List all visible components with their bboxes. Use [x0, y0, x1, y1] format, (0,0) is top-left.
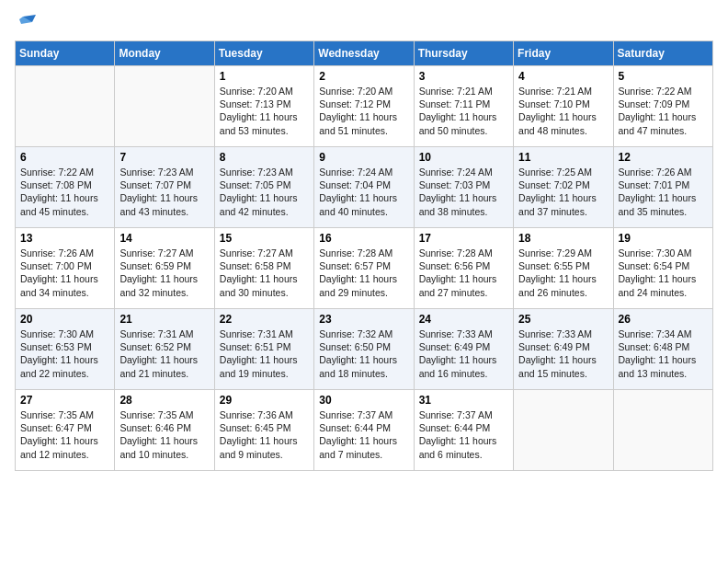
calendar-cell [514, 390, 613, 471]
cell-info: Sunrise: 7:24 AMSunset: 7:03 PMDaylight:… [419, 166, 508, 218]
day-number: 24 [419, 313, 508, 326]
cell-info: Sunrise: 7:35 AMSunset: 6:47 PMDaylight:… [20, 408, 109, 461]
calendar-cell: 20Sunrise: 7:30 AMSunset: 6:53 PMDayligh… [16, 309, 115, 390]
day-number: 10 [419, 151, 508, 164]
cell-info: Sunrise: 7:30 AMSunset: 6:53 PMDaylight:… [20, 327, 109, 380]
cell-info: Sunrise: 7:32 AMSunset: 6:50 PMDaylight:… [319, 327, 408, 380]
day-number: 3 [419, 70, 508, 83]
cell-info: Sunrise: 7:33 AMSunset: 6:49 PMDaylight:… [518, 327, 608, 380]
day-number: 31 [419, 394, 508, 407]
calendar-week-row: 27Sunrise: 7:35 AMSunset: 6:47 PMDayligh… [16, 390, 713, 471]
calendar-cell: 30Sunrise: 7:37 AMSunset: 6:44 PMDayligh… [314, 390, 414, 471]
calendar-cell: 23Sunrise: 7:32 AMSunset: 6:50 PMDayligh… [314, 309, 414, 390]
cell-info: Sunrise: 7:26 AMSunset: 7:00 PMDaylight:… [20, 247, 109, 299]
cell-info: Sunrise: 7:37 AMSunset: 6:44 PMDaylight:… [419, 408, 508, 461]
calendar-cell: 4Sunrise: 7:21 AMSunset: 7:10 PMDaylight… [514, 66, 613, 147]
cell-info: Sunrise: 7:25 AMSunset: 7:02 PMDaylight:… [518, 166, 608, 218]
day-number: 21 [119, 313, 209, 326]
logo [15, 15, 37, 29]
calendar-cell: 18Sunrise: 7:29 AMSunset: 6:55 PMDayligh… [514, 228, 613, 309]
day-number: 9 [319, 151, 408, 164]
day-number: 17 [419, 232, 508, 245]
day-number: 16 [319, 232, 408, 245]
calendar-cell: 22Sunrise: 7:31 AMSunset: 6:51 PMDayligh… [214, 309, 313, 390]
cell-info: Sunrise: 7:20 AMSunset: 7:12 PMDaylight:… [319, 85, 408, 137]
calendar-cell: 2Sunrise: 7:20 AMSunset: 7:12 PMDaylight… [314, 66, 414, 147]
calendar-cell: 29Sunrise: 7:36 AMSunset: 6:45 PMDayligh… [214, 390, 313, 471]
calendar-cell: 6Sunrise: 7:22 AMSunset: 7:08 PMDaylight… [16, 147, 115, 228]
cell-info: Sunrise: 7:23 AMSunset: 7:05 PMDaylight:… [220, 166, 309, 218]
calendar-cell [115, 66, 214, 147]
cell-info: Sunrise: 7:35 AMSunset: 6:46 PMDaylight:… [119, 408, 209, 461]
cell-info: Sunrise: 7:26 AMSunset: 7:01 PMDaylight:… [619, 166, 708, 218]
day-header-tuesday: Tuesday [214, 41, 313, 66]
calendar-week-row: 13Sunrise: 7:26 AMSunset: 7:00 PMDayligh… [16, 228, 713, 309]
calendar-cell: 1Sunrise: 7:20 AMSunset: 7:13 PMDaylight… [214, 66, 313, 147]
calendar-cell: 21Sunrise: 7:31 AMSunset: 6:52 PMDayligh… [115, 309, 214, 390]
calendar-cell: 19Sunrise: 7:30 AMSunset: 6:54 PMDayligh… [613, 228, 712, 309]
day-number: 22 [220, 313, 309, 326]
calendar-cell: 13Sunrise: 7:26 AMSunset: 7:00 PMDayligh… [16, 228, 115, 309]
calendar-cell: 27Sunrise: 7:35 AMSunset: 6:47 PMDayligh… [16, 390, 115, 471]
day-number: 20 [20, 313, 109, 326]
calendar-cell: 17Sunrise: 7:28 AMSunset: 6:56 PMDayligh… [414, 228, 513, 309]
cell-info: Sunrise: 7:24 AMSunset: 7:04 PMDaylight:… [319, 166, 408, 218]
day-header-thursday: Thursday [414, 41, 513, 66]
cell-info: Sunrise: 7:29 AMSunset: 6:55 PMDaylight:… [518, 247, 608, 299]
calendar-cell: 14Sunrise: 7:27 AMSunset: 6:59 PMDayligh… [115, 228, 214, 309]
calendar-cell: 8Sunrise: 7:23 AMSunset: 7:05 PMDaylight… [214, 147, 313, 228]
cell-info: Sunrise: 7:20 AMSunset: 7:13 PMDaylight:… [220, 85, 309, 137]
day-number: 5 [619, 70, 708, 83]
calendar-cell: 24Sunrise: 7:33 AMSunset: 6:49 PMDayligh… [414, 309, 513, 390]
day-number: 13 [20, 232, 109, 245]
cell-info: Sunrise: 7:31 AMSunset: 6:52 PMDaylight:… [119, 327, 209, 380]
cell-info: Sunrise: 7:33 AMSunset: 6:49 PMDaylight:… [419, 327, 508, 380]
cell-info: Sunrise: 7:22 AMSunset: 7:08 PMDaylight:… [20, 166, 109, 218]
day-number: 12 [619, 151, 708, 164]
day-number: 29 [220, 394, 309, 407]
day-number: 27 [20, 394, 109, 407]
calendar-cell: 25Sunrise: 7:33 AMSunset: 6:49 PMDayligh… [514, 309, 613, 390]
day-number: 2 [319, 70, 408, 83]
cell-info: Sunrise: 7:21 AMSunset: 7:10 PMDaylight:… [518, 85, 608, 137]
day-number: 18 [518, 232, 608, 245]
day-header-friday: Friday [514, 41, 613, 66]
calendar-week-row: 1Sunrise: 7:20 AMSunset: 7:13 PMDaylight… [16, 66, 713, 147]
day-number: 19 [619, 232, 708, 245]
cell-info: Sunrise: 7:22 AMSunset: 7:09 PMDaylight:… [619, 85, 708, 137]
calendar-cell: 9Sunrise: 7:24 AMSunset: 7:04 PMDaylight… [314, 147, 414, 228]
calendar-cell: 11Sunrise: 7:25 AMSunset: 7:02 PMDayligh… [514, 147, 613, 228]
calendar-cell: 28Sunrise: 7:35 AMSunset: 6:46 PMDayligh… [115, 390, 214, 471]
cell-info: Sunrise: 7:27 AMSunset: 6:59 PMDaylight:… [119, 247, 209, 299]
day-number: 11 [518, 151, 608, 164]
day-header-saturday: Saturday [613, 41, 712, 66]
cell-info: Sunrise: 7:31 AMSunset: 6:51 PMDaylight:… [220, 327, 309, 380]
cell-info: Sunrise: 7:30 AMSunset: 6:54 PMDaylight:… [619, 247, 708, 299]
calendar-cell: 5Sunrise: 7:22 AMSunset: 7:09 PMDaylight… [613, 66, 712, 147]
calendar-cell: 15Sunrise: 7:27 AMSunset: 6:58 PMDayligh… [214, 228, 313, 309]
cell-info: Sunrise: 7:34 AMSunset: 6:48 PMDaylight:… [619, 327, 708, 380]
calendar-cell: 3Sunrise: 7:21 AMSunset: 7:11 PMDaylight… [414, 66, 513, 147]
calendar-cell [613, 390, 712, 471]
day-number: 1 [220, 70, 309, 83]
cell-info: Sunrise: 7:27 AMSunset: 6:58 PMDaylight:… [220, 247, 309, 299]
cell-info: Sunrise: 7:21 AMSunset: 7:11 PMDaylight:… [419, 85, 508, 137]
cell-info: Sunrise: 7:28 AMSunset: 6:56 PMDaylight:… [419, 247, 508, 299]
day-number: 8 [220, 151, 309, 164]
day-number: 14 [119, 232, 209, 245]
calendar-week-row: 20Sunrise: 7:30 AMSunset: 6:53 PMDayligh… [16, 309, 713, 390]
calendar-cell: 16Sunrise: 7:28 AMSunset: 6:57 PMDayligh… [314, 228, 414, 309]
page-header [15, 15, 713, 29]
cell-info: Sunrise: 7:23 AMSunset: 7:07 PMDaylight:… [119, 166, 209, 218]
day-number: 30 [319, 394, 408, 407]
day-number: 28 [119, 394, 209, 407]
day-number: 25 [518, 313, 608, 326]
calendar-header-row: SundayMondayTuesdayWednesdayThursdayFrid… [16, 41, 713, 66]
cell-info: Sunrise: 7:37 AMSunset: 6:44 PMDaylight:… [319, 408, 408, 461]
calendar-cell: 7Sunrise: 7:23 AMSunset: 7:07 PMDaylight… [115, 147, 214, 228]
calendar-cell: 26Sunrise: 7:34 AMSunset: 6:48 PMDayligh… [613, 309, 712, 390]
logo-bird-icon [16, 15, 36, 29]
day-number: 23 [319, 313, 408, 326]
day-number: 4 [518, 70, 608, 83]
calendar-table: SundayMondayTuesdayWednesdayThursdayFrid… [15, 40, 713, 471]
